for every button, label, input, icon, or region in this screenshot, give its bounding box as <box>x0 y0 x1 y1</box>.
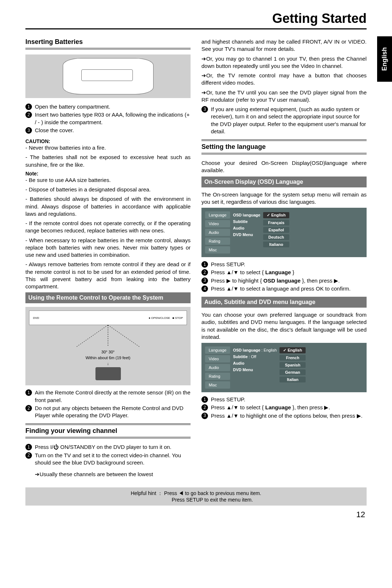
remote-icon <box>95 367 121 380</box>
heading-inserting-batteries: Inserting Batteries <box>25 38 191 46</box>
osd-option: Spanish <box>279 362 306 368</box>
remote-drawing <box>63 58 154 94</box>
osd-tab-misc: Misc <box>205 246 230 254</box>
cont-text: ➔Or, tune the TV until you can see the D… <box>201 89 367 104</box>
right-column: and highest channels and may be called F… <box>201 38 367 480</box>
rule <box>25 423 191 425</box>
osd-tab-audio: Audio <box>205 364 230 371</box>
osd-setting: DVD Menu <box>233 368 277 372</box>
osd-option: Italiano <box>263 242 289 247</box>
page-number: 12 <box>25 510 367 519</box>
footer-line2: Press SETUP to exit the menu item. <box>33 497 359 503</box>
angle-lines-icon <box>29 325 187 347</box>
note-line: - Batteries should always be disposed of… <box>25 195 191 218</box>
heading-viewing-channel: Finding your viewing channel <box>25 427 191 435</box>
osd-option-selected: English <box>279 347 306 353</box>
step-text: Press ▲/▼ to select { Language }, then p… <box>211 404 330 411</box>
range-label: Within about 6m (19 feet) <box>29 356 187 360</box>
step-bullet-3: 3 <box>201 106 208 113</box>
heading-audio-subtitle: Audio, Subtitle and DVD menu language <box>201 297 367 308</box>
rule <box>25 48 191 49</box>
step-bullet-2: 2 <box>201 269 208 276</box>
step-bullet-3: 3 <box>201 277 208 284</box>
step-text: Press ▲/▼ to select a language and press… <box>211 285 351 292</box>
caution-line: - Never throw batteries into a fire. <box>25 144 191 151</box>
step-bullet-1: 1 <box>201 261 208 268</box>
step-text: Close the cover. <box>35 127 74 134</box>
step-bullet-2: 2 <box>201 404 208 411</box>
osd-steps: 1Press SETUP. 2Press ▲/▼ to select { Lan… <box>201 261 367 292</box>
down-arrow-icon: ↓ <box>29 361 187 366</box>
rule <box>201 139 367 141</box>
intro-text: Choose your desired On-Screen Display(OS… <box>201 159 367 174</box>
page-title: Getting Started <box>25 11 367 29</box>
battery-illustration <box>25 54 191 98</box>
osd-tab-language: Language <box>205 346 230 354</box>
osd-option: German <box>279 369 306 375</box>
sub-note: ➔Usually these channels are between the … <box>25 471 191 478</box>
note-line: - When necessary to replace batteries in… <box>25 237 191 259</box>
rule <box>25 437 191 438</box>
osd-menu-screenshot-2: Language Video Audio Rating Misc OSD lan… <box>201 343 367 392</box>
step-text: Press ▲/▼ to highlight one of the option… <box>211 412 363 419</box>
cont-text: ➔Or, the TV remote control may have a bu… <box>201 72 367 87</box>
cont-text: and highest channels and may be called F… <box>201 38 367 53</box>
osd-tab-language: Language <box>205 211 230 219</box>
battery-steps: 1Open the battery compartment. 2Insert t… <box>25 103 191 134</box>
osd-settings: OSD language Subtitle Audio DVD Menu <box>233 211 260 254</box>
osd-option: Deutsch <box>263 234 289 240</box>
osd-tab-rating: Rating <box>205 238 230 245</box>
svg-line-1 <box>108 325 140 347</box>
heading-setting-language: Setting the language <box>201 143 367 151</box>
intro-text: The On-screen language for the system se… <box>201 191 367 206</box>
osd-option: Español <box>263 227 289 233</box>
step-bullet-1: 1 <box>25 444 32 450</box>
osd-setting: OSD language : English <box>233 348 277 352</box>
angle-label: 30° 30° <box>29 350 187 354</box>
step-text: If you are using external equipment, (su… <box>211 106 367 135</box>
osd-tab-misc: Misc <box>205 381 230 389</box>
osd-setting: DVD Menu <box>233 232 260 237</box>
step-text: Turn on the TV and set it to the correct… <box>35 452 191 467</box>
dvd-controls: ● OPEN/CLOSE ■ STOP <box>149 316 183 320</box>
step-text: Aim the Remote Control directly at the r… <box>35 389 191 404</box>
step-text: Insert two batteries type R03 or AAA, fo… <box>35 111 191 126</box>
osd-options: English French Spanish German Italian <box>279 346 306 389</box>
osd-option: Italian <box>279 377 306 382</box>
osd-sidebar: Language Video Audio Rating Misc <box>205 346 230 389</box>
step-bullet-2: 2 <box>25 405 32 411</box>
step-bullet-3: 3 <box>25 127 32 134</box>
step-bullet-4: 4 <box>201 285 208 292</box>
svg-line-0 <box>77 325 108 347</box>
note-line: - If the remote control does not operate… <box>25 220 191 235</box>
osd-tab-rating: Rating <box>205 373 230 380</box>
step-text: Press SETUP. <box>211 396 245 403</box>
dvd-player-front: DVD ● OPEN/CLOSE ■ STOP <box>29 311 187 325</box>
note-line: - Always remove batteries from remote co… <box>25 261 191 290</box>
rule <box>201 153 367 154</box>
remote-steps: 1Aim the Remote Control directly at the … <box>25 389 191 419</box>
note-line: - Be sure to use AAA size batteries. <box>25 177 191 184</box>
step-text: Press ▲/▼ to select { Language } <box>211 269 294 276</box>
footer-hint: Helpful hint ： Press ◀ to go back to pre… <box>25 487 367 506</box>
step-bullet-2: 2 <box>25 452 32 459</box>
audio-steps: 1Press SETUP. 2Press ▲/▼ to select { Lan… <box>201 396 367 419</box>
heading-remote-operate: Using the Remote Control to Operate the … <box>25 292 191 303</box>
step-bullet-1: 1 <box>25 104 32 110</box>
step-bullet-3: 3 <box>201 413 208 419</box>
osd-setting: Subtitle : Off <box>233 354 277 359</box>
osd-tab-video: Video <box>205 355 230 362</box>
external-equipment-step: 3If you are using external equipment, (s… <box>201 106 367 135</box>
note-line: - Dispose of batteries in a designated d… <box>25 186 191 193</box>
step-bullet-1: 1 <box>25 389 32 396</box>
step-text: Press SETUP. <box>211 261 245 268</box>
step-text: Do not put any objects between the Remot… <box>35 405 191 419</box>
osd-option: Français <box>263 220 289 226</box>
left-column: Inserting Batteries 1Open the battery co… <box>25 38 191 480</box>
osd-option: French <box>279 355 306 361</box>
step-text: Press ▶ to highlight { OSD language }, t… <box>211 277 340 284</box>
intro-text: You can choose your own preferred langua… <box>201 311 367 341</box>
cont-text: ➔Or, you may go to channel 1 on your TV,… <box>201 55 367 70</box>
osd-sidebar: Language Video Audio Rating Misc <box>205 211 230 254</box>
osd-options: English Français Español Deutsch Italian… <box>263 211 289 254</box>
